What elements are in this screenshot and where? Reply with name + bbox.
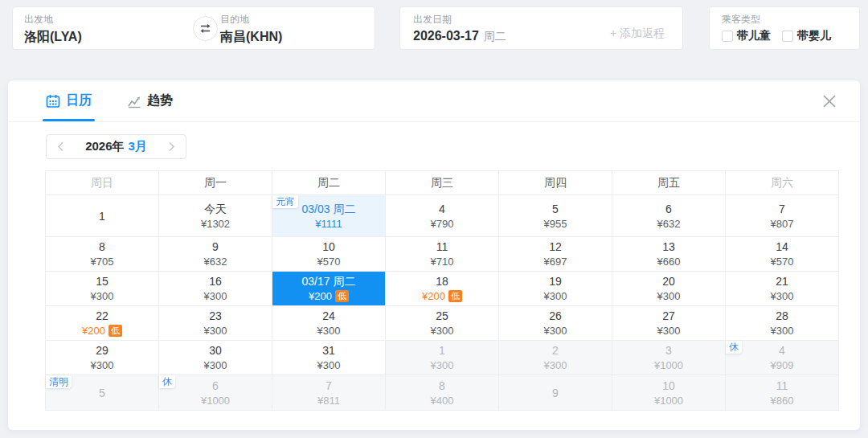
calendar-day-cell[interactable]: 14 ¥570 (726, 237, 839, 272)
calendar-day-cell[interactable]: 21 ¥300 (726, 272, 839, 306)
price-text: ¥300 (431, 324, 454, 338)
checkbox-with-infant[interactable]: 带婴儿 (782, 29, 831, 43)
low-price-badge: 低 (335, 290, 349, 302)
calendar-day-cell[interactable]: 31 ¥300 (272, 341, 386, 375)
passenger-type-field: 乘客类型 带儿童 带婴儿 (722, 13, 831, 43)
prev-month-button[interactable] (57, 141, 64, 152)
day-date: 10 (322, 239, 335, 254)
day-price: ¥807 (771, 217, 794, 231)
price-text: ¥200 (309, 289, 332, 303)
calendar-day-cell[interactable]: 2 ¥300 (499, 341, 612, 375)
day-date: 8 (99, 239, 105, 254)
calendar-day-cell[interactable]: 休 6 ¥1000 (159, 375, 272, 411)
next-month-button[interactable] (168, 141, 175, 152)
chevron-right-icon (168, 141, 175, 152)
calendar-day-cell[interactable]: 7 ¥807 (726, 195, 839, 237)
day-date: 5 (552, 202, 559, 216)
calendar-icon (46, 94, 60, 108)
day-price: ¥1000 (201, 394, 230, 407)
departure-value[interactable]: 洛阳(LYA) (24, 30, 82, 43)
checkbox-icon[interactable] (722, 31, 733, 42)
add-return-button[interactable]: + 添加返程 (610, 27, 665, 41)
price-text: ¥955 (544, 217, 567, 231)
calendar-day-cell[interactable]: 6 ¥632 (612, 195, 726, 237)
calendar-day-cell[interactable]: 9 (499, 375, 612, 411)
calendar-day-cell[interactable]: 20 ¥300 (612, 272, 726, 306)
day-date: 7 (779, 202, 785, 216)
panel-tabbar: 日历 趋势 (8, 80, 860, 122)
day-price: ¥300 (771, 289, 794, 303)
calendar-day-cell[interactable]: 8 ¥705 (46, 237, 159, 272)
calendar-day-cell[interactable]: 15 ¥300 (46, 272, 159, 306)
price-text: ¥710 (431, 255, 454, 268)
calendar-day-cell[interactable]: 28 ¥300 (726, 306, 839, 341)
calendar-day-cell[interactable]: 23 ¥300 (159, 306, 272, 341)
low-price-badge: 低 (108, 325, 122, 337)
calendar-day-cell[interactable]: 清明 5 (46, 375, 159, 411)
month-nav-text: 2026年3月 (85, 139, 147, 154)
destination-value[interactable]: 南昌(KHN) (220, 30, 282, 43)
calendar-day-cell[interactable]: 今天 ¥1302 (159, 195, 272, 237)
calendar-day-cell[interactable]: 13 ¥660 (612, 237, 726, 272)
day-price: ¥909 (771, 358, 794, 372)
calendar-day-cell[interactable]: 30 ¥300 (159, 341, 272, 375)
day-date: 1 (439, 343, 445, 358)
checkbox-icon[interactable] (782, 31, 793, 42)
low-price-calendar-panel: 日历 趋势 2026年3月 (8, 80, 860, 430)
day-price: ¥1302 (201, 217, 230, 231)
calendar-day-cell[interactable]: 27 ¥300 (612, 306, 726, 341)
calendar-day-cell[interactable]: 休 4 ¥909 (726, 341, 839, 375)
day-price: ¥1000 (654, 358, 683, 372)
price-text: ¥1000 (654, 394, 683, 407)
swap-cities-button[interactable] (193, 16, 218, 41)
destination-field[interactable]: 目的地 南昌(KHN) (220, 13, 282, 46)
departure-label: 出发地 (24, 13, 82, 27)
day-price: ¥300 (317, 324, 341, 338)
calendar-day-cell[interactable]: 25 ¥300 (386, 306, 499, 341)
day-date: 15 (96, 274, 108, 289)
calendar-day-cell[interactable]: 7 ¥811 (272, 375, 386, 411)
price-text: ¥300 (657, 289, 681, 303)
depart-date-value[interactable]: 2026-03-17 (413, 29, 479, 43)
calendar-day-cell[interactable]: 8 ¥400 (386, 375, 499, 411)
calendar-day-cell[interactable]: 元宵 03/03 周二 ¥1111 (272, 195, 386, 237)
calendar-day-cell[interactable]: 22 ¥200 低 (46, 306, 159, 341)
close-button[interactable] (820, 92, 839, 111)
day-date: 9 (552, 386, 559, 400)
day-date: 1 (99, 209, 105, 223)
day-price: ¥300 (544, 358, 567, 372)
calendar-day-cell[interactable]: 1 ¥300 (386, 341, 499, 375)
tab-trend[interactable]: 趋势 (127, 80, 173, 121)
calendar-day-cell[interactable]: 24 ¥300 (272, 306, 386, 341)
holiday-badge: 元宵 (272, 195, 298, 208)
holiday-badge: 清明 (46, 375, 72, 388)
calendar-day-cell[interactable]: 10 ¥570 (272, 237, 386, 272)
calendar-day-cell[interactable]: 11 ¥710 (386, 237, 499, 272)
calendar-day-cell[interactable]: 10 ¥1000 (612, 375, 726, 411)
calendar-day-cell[interactable]: 03/17 周二 ¥200 低 (272, 272, 386, 306)
calendar-day-cell[interactable]: 12 ¥697 (499, 237, 612, 272)
calendar-day-cell[interactable]: 3 ¥1000 (612, 341, 726, 375)
depart-date-field[interactable]: 出发日期 2026-03-17周二 (413, 13, 506, 44)
departure-field[interactable]: 出发地 洛阳(LYA) (24, 13, 82, 46)
calendar-day-cell[interactable]: 16 ¥300 (159, 272, 272, 306)
day-price: ¥400 (431, 394, 454, 407)
calendar-day-cell[interactable]: 26 ¥300 (499, 306, 612, 341)
calendar-day-cell[interactable]: 5 ¥955 (499, 195, 612, 237)
day-date: 今天 (204, 202, 227, 216)
day-date: 21 (776, 274, 788, 289)
with-infant-label: 带婴儿 (797, 29, 831, 43)
day-date: 9 (212, 239, 219, 254)
tab-calendar[interactable]: 日历 (46, 80, 92, 121)
price-text: ¥807 (771, 217, 794, 231)
calendar-day-cell[interactable]: 4 ¥790 (386, 195, 499, 237)
checkbox-with-children[interactable]: 带儿童 (722, 29, 771, 43)
calendar-day-cell[interactable]: 11 ¥860 (726, 375, 839, 411)
calendar-day-cell[interactable]: 9 ¥632 (159, 237, 272, 272)
calendar-day-cell[interactable]: 18 ¥200 低 (386, 272, 499, 306)
calendar-day-cell[interactable]: 29 ¥300 (46, 341, 159, 375)
month-label: 3月 (129, 139, 147, 153)
calendar-day-cell[interactable]: 19 ¥300 (499, 272, 612, 306)
calendar-day-cell[interactable]: 1 (46, 195, 159, 237)
price-text: ¥300 (204, 289, 227, 303)
